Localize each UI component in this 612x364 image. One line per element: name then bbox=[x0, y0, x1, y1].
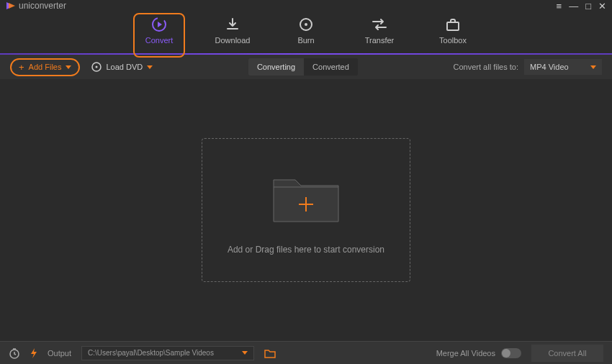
main-nav: Convert Download Burn Transfer Toolbox bbox=[0, 12, 612, 53]
add-files-label: Add Files bbox=[29, 63, 62, 71]
nav-label: Transfer bbox=[365, 36, 395, 45]
svg-point-8 bbox=[96, 66, 98, 68]
workspace: Add or Drag files here to start conversi… bbox=[0, 79, 612, 341]
output-format-value: MP4 Video bbox=[530, 63, 569, 71]
tab-converted[interactable]: Converted bbox=[304, 58, 358, 76]
load-dvd-button[interactable]: Load DVD bbox=[91, 62, 153, 72]
nav-burn[interactable]: Burn bbox=[282, 16, 330, 53]
minimize-icon[interactable]: — bbox=[569, 1, 578, 12]
svg-point-5 bbox=[305, 23, 307, 26]
nav-transfer[interactable]: Transfer bbox=[356, 16, 403, 53]
app-logo-icon bbox=[6, 1, 16, 10]
folder-add-icon bbox=[266, 165, 346, 230]
load-dvd-label: Load DVD bbox=[106, 63, 143, 71]
output-path-value: C:\Users\payal\Desktop\Sample Videos bbox=[88, 349, 214, 357]
nav-download[interactable]: Download bbox=[209, 16, 256, 53]
transfer-icon bbox=[369, 16, 390, 33]
timer-icon[interactable] bbox=[9, 347, 20, 359]
output-label: Output bbox=[48, 349, 71, 358]
dropzone[interactable]: Add or Drag files here to start conversi… bbox=[202, 138, 410, 282]
nav-label: Download bbox=[215, 36, 251, 45]
output-path-field[interactable]: C:\Users\payal\Desktop\Sample Videos bbox=[81, 346, 254, 360]
menu-icon[interactable]: ≡ bbox=[557, 1, 562, 12]
tab-converting[interactable]: Converting bbox=[248, 58, 304, 76]
merge-videos: Merge All Videos bbox=[436, 348, 521, 358]
folder-open-icon[interactable] bbox=[264, 348, 276, 358]
svg-marker-12 bbox=[31, 348, 37, 358]
lightning-icon[interactable] bbox=[30, 347, 37, 359]
download-icon bbox=[222, 16, 243, 33]
burn-icon bbox=[296, 16, 316, 33]
nav-convert[interactable]: Convert bbox=[135, 16, 183, 53]
convert-all-label: Convert all files to: bbox=[454, 63, 518, 71]
titlebar: uniconverter ≡ — □ ✕ bbox=[0, 0, 612, 12]
footer: Output C:\Users\payal\Desktop\Sample Vid… bbox=[0, 341, 612, 364]
chevron-down-icon bbox=[590, 65, 596, 69]
window-controls: ≡ — □ ✕ bbox=[557, 1, 606, 12]
merge-toggle[interactable] bbox=[501, 348, 521, 358]
convert-all-button[interactable]: Convert All bbox=[531, 345, 603, 362]
toolbar: + Add Files Load DVD Converting Converte… bbox=[0, 55, 612, 79]
app-brand: uniconverter bbox=[6, 1, 66, 11]
svg-rect-6 bbox=[447, 22, 459, 30]
app-title: uniconverter bbox=[19, 1, 66, 11]
add-files-button[interactable]: + Add Files bbox=[10, 58, 80, 76]
merge-label: Merge All Videos bbox=[436, 349, 495, 358]
chevron-down-icon bbox=[242, 351, 248, 355]
chevron-down-icon bbox=[147, 65, 153, 69]
maximize-icon[interactable]: □ bbox=[585, 1, 591, 12]
plus-icon: + bbox=[19, 62, 24, 73]
nav-toolbox[interactable]: Toolbox bbox=[429, 16, 477, 53]
nav-label: Burn bbox=[297, 36, 314, 45]
nav-label: Toolbox bbox=[439, 36, 467, 45]
svg-marker-1 bbox=[9, 3, 15, 9]
convert-all-to: Convert all files to: MP4 Video bbox=[454, 59, 602, 75]
output-format-dropdown[interactable]: MP4 Video bbox=[524, 59, 602, 75]
dropzone-text: Add or Drag files here to start conversi… bbox=[228, 245, 384, 255]
close-icon[interactable]: ✕ bbox=[598, 1, 606, 12]
svg-marker-3 bbox=[158, 22, 162, 27]
toolbox-icon bbox=[443, 16, 463, 33]
dvd-icon bbox=[91, 62, 102, 72]
converting-tabs: Converting Converted bbox=[248, 58, 358, 76]
nav-label: Convert bbox=[145, 36, 174, 45]
chevron-down-icon bbox=[66, 65, 71, 69]
convert-icon bbox=[149, 16, 169, 33]
